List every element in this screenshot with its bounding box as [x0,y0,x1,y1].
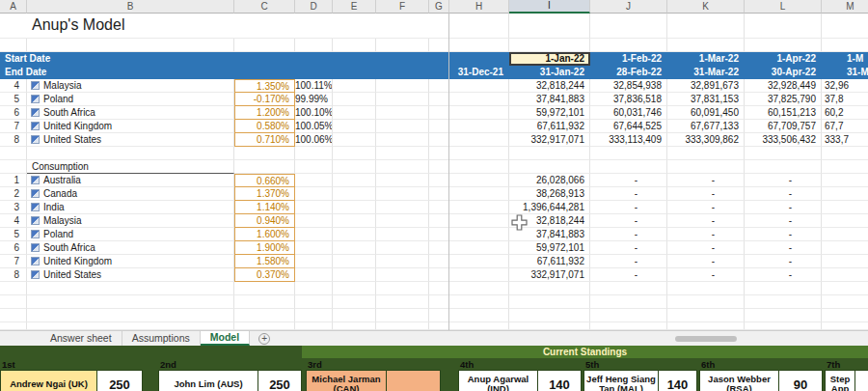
value-cell[interactable]: - [667,255,745,268]
value-cell[interactable]: 67,644,525 [590,120,667,133]
growth-rate-cell[interactable]: 0.940% [234,214,295,228]
country-cell[interactable]: United States [27,268,234,282]
sheet-tab-model[interactable]: Model [201,331,250,346]
start-date-cell[interactable]: 1-Mar-22 [667,52,745,66]
grid-cell[interactable] [295,322,333,330]
grid-cell[interactable] [509,39,590,52]
start-date-cell[interactable]: 1-M [822,52,868,66]
column-header-G[interactable]: G [429,0,449,14]
value-cell[interactable]: 67,611,932 [509,120,590,133]
grid-cell[interactable] [376,309,429,322]
value-cell[interactable]: - [667,268,745,282]
grid-cell[interactable] [333,241,376,255]
player-name-cell[interactable]: Anup Agarwal (IND) [458,370,538,391]
new-sheet-button[interactable]: + [258,333,270,345]
grid-cell[interactable] [295,147,333,160]
grid-cell[interactable] [429,241,449,255]
grid-cell[interactable] [449,14,509,39]
grid-cell[interactable] [449,147,509,160]
score-cell[interactable] [855,370,868,391]
grid-cell[interactable] [376,214,429,228]
value-cell[interactable]: 32,818,244 [509,79,590,93]
grid-cell[interactable] [376,201,429,214]
grid-cell[interactable] [0,14,27,39]
grid-cell[interactable] [590,282,667,295]
grid-cell[interactable] [333,79,376,93]
column-header-K[interactable]: K [667,0,745,14]
grid-cell[interactable] [822,309,868,322]
selected-cell[interactable]: 1-Jan-22 [509,52,590,66]
grid-cell[interactable] [667,14,745,39]
grid-cell[interactable] [509,160,590,174]
grid-cell[interactable] [745,282,822,295]
value-cell[interactable]: 333,309,862 [667,133,745,147]
value-cell[interactable]: 38,268,913 [509,187,590,201]
grid-cell[interactable] [449,241,509,255]
value-cell[interactable]: - [590,174,667,187]
end-date-label-cell[interactable]: End Date [0,66,234,79]
grid-cell[interactable] [449,322,509,330]
grid-cell[interactable] [509,282,590,295]
grid-cell[interactable] [376,147,429,160]
value-cell[interactable]: 32,854,938 [590,79,667,93]
value-cell[interactable]: 59,972,101 [509,241,590,255]
grid-cell[interactable] [745,39,822,52]
column-header-A[interactable]: A [0,0,27,14]
end-date-cell[interactable]: 31-Dec-21 [449,66,509,79]
grid-cell[interactable] [27,295,234,309]
grid-cell[interactable] [376,39,429,52]
value-cell[interactable]: - [590,268,667,282]
grid-cell[interactable] [429,120,449,133]
factor-cell[interactable]: 100.11% [295,79,333,93]
country-cell[interactable]: United Kingdom [27,120,234,133]
grid-cell[interactable] [449,133,509,147]
growth-rate-cell[interactable]: 0.710% [234,133,295,147]
end-date-cell[interactable]: 31-Jan-22 [509,66,590,79]
value-cell[interactable]: 60,2 [822,106,868,120]
grid-cell[interactable] [429,322,449,330]
grid-cell[interactable] [27,147,234,160]
grid-cell[interactable] [295,282,333,295]
score-cell[interactable] [387,370,441,391]
grid-cell[interactable] [822,255,868,268]
grid-cell[interactable] [0,282,27,295]
start-date-cell[interactable]: 1-Feb-22 [590,52,667,66]
grid-cell[interactable] [745,14,822,39]
value-cell[interactable]: 333,7 [822,133,868,147]
grid-cell[interactable] [449,255,509,268]
grid-cell[interactable] [590,39,667,52]
grid-cell[interactable] [429,187,449,201]
grid-cell[interactable] [234,160,295,174]
value-cell[interactable]: 37,836,518 [590,93,667,106]
country-cell[interactable]: United Kingdom [27,255,234,268]
grid-cell[interactable] [376,174,429,187]
grid-cell[interactable] [295,214,333,228]
grid-cell[interactable] [333,268,376,282]
grid-cell[interactable] [333,295,376,309]
grid-cell[interactable] [333,255,376,268]
value-cell[interactable]: - [745,201,822,214]
country-cell[interactable]: South Africa [27,106,234,120]
grid-cell[interactable] [822,39,868,52]
factor-cell[interactable]: 99.99% [295,93,333,106]
grid-cell[interactable] [822,14,868,39]
grid-cell[interactable] [822,241,868,255]
grid-cell[interactable] [822,201,868,214]
grid-cell[interactable] [449,93,509,106]
country-cell[interactable]: United States [27,133,234,147]
grid-cell[interactable] [822,268,868,282]
value-cell[interactable]: - [745,174,822,187]
value-cell[interactable]: - [667,187,745,201]
grid-cell[interactable] [429,295,449,309]
grid-cell[interactable] [429,309,449,322]
value-cell[interactable]: - [667,174,745,187]
grid-cell[interactable] [376,241,429,255]
player-name-cell[interactable]: Michael Jarman (CAN) [306,370,387,391]
grid-cell[interactable] [429,147,449,160]
player-name-cell[interactable]: Jason Webber (RSA) [699,370,779,391]
value-cell[interactable]: - [667,228,745,241]
value-cell[interactable]: 60,031,746 [590,106,667,120]
grid-cell[interactable] [822,174,868,187]
grid-cell[interactable] [234,39,295,52]
player-name-cell[interactable]: John Lim (AUS) [158,370,258,391]
